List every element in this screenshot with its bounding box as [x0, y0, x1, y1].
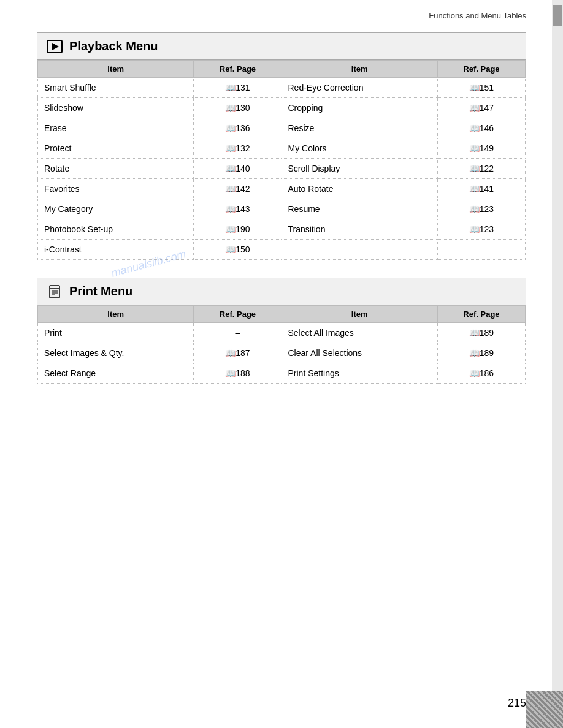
table-row: My Category📖143Resume📖123 — [38, 199, 526, 219]
print-item-left: Print — [38, 323, 194, 343]
playback-item-right: My Colors — [282, 138, 437, 159]
playback-item-right — [282, 240, 437, 260]
table-row: Select Range📖188Print Settings📖186 — [38, 363, 526, 384]
print-right-item-header: Item — [282, 306, 437, 323]
playback-ref-right: 📖123 — [437, 199, 525, 219]
playback-ref-right: 📖141 — [437, 179, 525, 199]
playback-item-right: Scroll Display — [282, 159, 437, 179]
playback-item-left: My Category — [38, 199, 194, 219]
scrollbar-thumb[interactable] — [553, 5, 562, 26]
svg-marker-1 — [52, 43, 59, 50]
playback-menu-title-row: Playback Menu — [37, 33, 526, 60]
playback-ref-left: 📖142 — [194, 179, 282, 199]
playback-item-right: Resume — [282, 199, 437, 219]
playback-ref-left: 📖132 — [194, 138, 282, 159]
scrollbar[interactable] — [552, 0, 563, 728]
playback-item-left: Favorites — [38, 179, 194, 199]
table-row: i-Contrast📖150 — [38, 240, 526, 260]
playback-ref-right — [437, 240, 525, 260]
playback-menu-table: Item Ref. Page Item Ref. Page Smart Shuf… — [37, 60, 526, 260]
playback-ref-right: 📖147 — [437, 98, 525, 118]
playback-ref-left: 📖136 — [194, 118, 282, 138]
playback-ref-left: 📖140 — [194, 159, 282, 179]
playback-item-left: Slideshow — [38, 98, 194, 118]
playback-item-left: Protect — [38, 138, 194, 159]
playback-item-right: Red-Eye Correction — [282, 78, 437, 98]
print-item-left: Select Range — [38, 363, 194, 384]
print-item-left: Select Images & Qty. — [38, 343, 194, 363]
playback-item-left: Rotate — [38, 159, 194, 179]
playback-ref-left: 📖143 — [194, 199, 282, 219]
playback-ref-right: 📖146 — [437, 118, 525, 138]
playback-icon — [46, 40, 63, 53]
table-row: Rotate📖140Scroll Display📖122 — [38, 159, 526, 179]
print-ref-right: 📖189 — [437, 323, 525, 343]
table-row: Smart Shuffle📖131Red-Eye Correction📖151 — [38, 78, 526, 98]
footer-decoration — [526, 691, 563, 728]
table-row: Select Images & Qty.📖187Clear All Select… — [38, 343, 526, 363]
table-row: Photobook Set-up📖190Transition📖123 — [38, 219, 526, 240]
playback-right-item-header: Item — [282, 61, 437, 78]
table-row: Protect📖132My Colors📖149 — [38, 138, 526, 159]
print-left-item-header: Item — [38, 306, 194, 323]
table-row: Erase📖136Resize📖146 — [38, 118, 526, 138]
print-menu-title: Print Menu — [69, 284, 132, 298]
playback-ref-right: 📖149 — [437, 138, 525, 159]
playback-ref-left: 📖190 — [194, 219, 282, 240]
playback-menu-section: Playback Menu Item Ref. Page Item Ref. P… — [37, 32, 526, 260]
playback-ref-right: 📖122 — [437, 159, 525, 179]
playback-ref-right: 📖151 — [437, 78, 525, 98]
print-menu-title-row: Print Menu — [37, 278, 526, 305]
print-ref-right: 📖189 — [437, 343, 525, 363]
playback-menu-title: Playback Menu — [69, 39, 158, 53]
table-row: Slideshow📖130Cropping📖147 — [38, 98, 526, 118]
playback-item-right: Resize — [282, 118, 437, 138]
playback-left-ref-header: Ref. Page — [194, 61, 282, 78]
playback-right-ref-header: Ref. Page — [437, 61, 525, 78]
playback-item-right: Transition — [282, 219, 437, 240]
print-ref-left: 📖187 — [194, 343, 282, 363]
page-header: Functions and Menu Tables — [0, 0, 563, 26]
svg-rect-2 — [50, 286, 59, 298]
table-row: Favorites📖142Auto Rotate📖141 — [38, 179, 526, 199]
print-ref-left: – — [194, 323, 282, 343]
playback-item-left: Erase — [38, 118, 194, 138]
page-number: 215 — [508, 697, 526, 710]
playback-ref-left: 📖131 — [194, 78, 282, 98]
print-ref-right: 📖186 — [437, 363, 525, 384]
playback-item-right: Auto Rotate — [282, 179, 437, 199]
print-menu-section: Print Menu Item Ref. Page Item Ref. Page… — [37, 278, 526, 384]
playback-ref-right: 📖123 — [437, 219, 525, 240]
playback-ref-left: 📖150 — [194, 240, 282, 260]
print-icon — [46, 285, 63, 298]
print-item-right: Clear All Selections — [282, 343, 437, 363]
table-row: Print–Select All Images📖189 — [38, 323, 526, 343]
playback-left-item-header: Item — [38, 61, 194, 78]
playback-item-left: Smart Shuffle — [38, 78, 194, 98]
print-menu-table: Item Ref. Page Item Ref. Page Print–Sele… — [37, 305, 526, 384]
print-ref-left: 📖188 — [194, 363, 282, 384]
playback-item-left: Photobook Set-up — [38, 219, 194, 240]
print-left-ref-header: Ref. Page — [194, 306, 282, 323]
playback-item-right: Cropping — [282, 98, 437, 118]
playback-item-left: i-Contrast — [38, 240, 194, 260]
print-item-right: Print Settings — [282, 363, 437, 384]
print-item-right: Select All Images — [282, 323, 437, 343]
playback-ref-left: 📖130 — [194, 98, 282, 118]
print-right-ref-header: Ref. Page — [437, 306, 525, 323]
header-text: Functions and Menu Tables — [429, 11, 526, 20]
